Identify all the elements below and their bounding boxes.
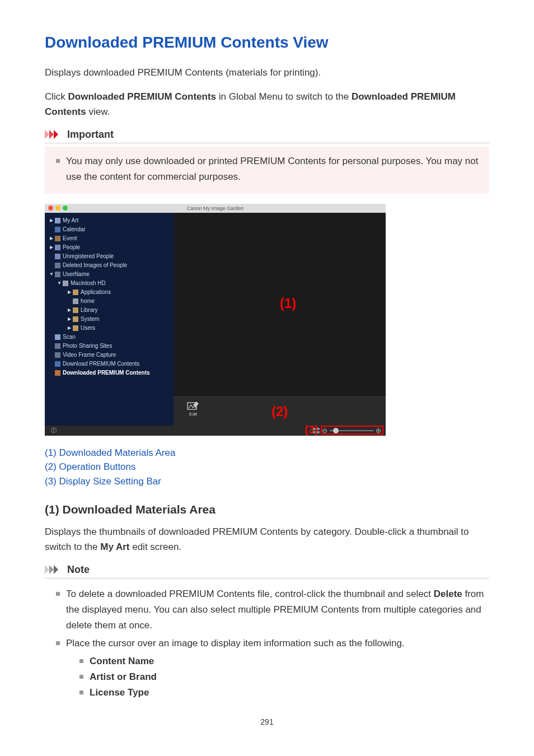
tree-item: home bbox=[45, 297, 174, 306]
text-fragment: Click bbox=[45, 91, 68, 102]
text-fragment: view. bbox=[86, 106, 110, 117]
page-number: 291 bbox=[45, 717, 489, 726]
note-box: To delete a downloaded PREMIUM Contents … bbox=[45, 582, 489, 701]
folder-icon bbox=[63, 281, 68, 286]
tree-item: ▶Users bbox=[45, 324, 174, 333]
section-1-paragraph: Displays the thumbnails of downloaded PR… bbox=[45, 524, 489, 554]
tree-item: ▶My Art bbox=[45, 216, 174, 225]
note-sub-2: Artist or Brand bbox=[79, 669, 489, 685]
section-links: (1) Downloaded Materials Area (2) Operat… bbox=[45, 446, 489, 489]
important-box: You may only use downloaded or printed P… bbox=[45, 147, 489, 194]
folder-icon bbox=[55, 370, 60, 376]
tree-item: ▼Macintosh HD bbox=[45, 279, 174, 288]
intro-paragraph-2: Click Downloaded PREMIUM Contents in Glo… bbox=[45, 89, 489, 119]
tree-item: Download PREMIUM Contents bbox=[45, 360, 174, 368]
link-display-size-bar[interactable]: (3) Display Size Setting Bar bbox=[45, 474, 489, 489]
text-bold: Artist or Brand bbox=[90, 671, 157, 682]
tree-label: Applications bbox=[81, 289, 111, 295]
tree-item: Scan bbox=[45, 333, 174, 342]
tree-item: Photo Sharing Sites bbox=[45, 342, 174, 351]
tree-label: My Art bbox=[63, 217, 78, 223]
tree-label: People bbox=[63, 244, 80, 250]
tree-label: Macintosh HD bbox=[71, 280, 106, 286]
folder-icon bbox=[55, 352, 60, 358]
svg-marker-8 bbox=[45, 565, 49, 574]
important-label: Important bbox=[67, 129, 114, 141]
arrows-icon bbox=[45, 565, 64, 574]
text-fragment: To delete a downloaded PREMIUM Contents … bbox=[66, 589, 434, 599]
text-bold: Downloaded PREMIUM Contents bbox=[68, 91, 216, 102]
caret-icon: ▼ bbox=[49, 272, 54, 277]
folder-icon bbox=[73, 290, 78, 295]
text-fragment: in Global Menu to switch to the bbox=[216, 91, 352, 102]
note-sub-3: License Type bbox=[79, 685, 489, 701]
thumbnail-small-icon bbox=[313, 428, 320, 433]
tree-item: ▶Library bbox=[45, 306, 174, 315]
svg-rect-6 bbox=[313, 431, 316, 433]
slider-thumb bbox=[333, 428, 339, 433]
tree-label: Users bbox=[81, 325, 95, 331]
traffic-lights bbox=[48, 206, 68, 211]
tree-label: UserName bbox=[63, 271, 90, 277]
tree-item: ▼UserName bbox=[45, 270, 174, 279]
tree-item: Deleted Images of People bbox=[45, 261, 174, 270]
folder-icon bbox=[55, 361, 60, 367]
tree-label: Calendar bbox=[63, 226, 86, 232]
folder-icon bbox=[55, 272, 60, 277]
caret-icon: ▶ bbox=[67, 325, 72, 330]
close-icon bbox=[48, 206, 53, 211]
edit-button: Edit bbox=[184, 400, 203, 417]
tree-label: Download PREMIUM Contents bbox=[63, 361, 139, 367]
status-bar: ⓘ (3) ⊖ ⊕ bbox=[45, 426, 386, 436]
sidebar-tree: ▶My ArtCalendar▶Event▶PeopleUnregistered… bbox=[45, 213, 174, 426]
page-title: Downloaded PREMIUM Contents View bbox=[45, 34, 489, 52]
callout-1: (1) bbox=[280, 296, 296, 311]
caret-icon: ▶ bbox=[49, 245, 54, 250]
svg-rect-5 bbox=[317, 428, 320, 430]
text-bold: Delete bbox=[434, 589, 462, 599]
important-heading: Important bbox=[45, 129, 489, 143]
main-content-area: (1) Edit (2) bbox=[174, 213, 386, 426]
folder-icon bbox=[55, 263, 60, 268]
folder-icon bbox=[55, 236, 60, 241]
window-titlebar: Canon My Image Garden bbox=[45, 204, 386, 213]
text-bold: My Art bbox=[100, 542, 129, 552]
svg-marker-1 bbox=[49, 130, 54, 139]
tree-item: ▶Applications bbox=[45, 288, 174, 297]
note-item-2: Place the cursor over an image to displa… bbox=[55, 636, 489, 701]
folder-icon bbox=[55, 245, 60, 250]
edit-label: Edit bbox=[189, 412, 197, 417]
caret-icon: ▶ bbox=[49, 218, 54, 223]
link-operation-buttons[interactable]: (2) Operation Buttons bbox=[45, 460, 489, 474]
folder-icon bbox=[73, 325, 78, 331]
text-fragment: edit screen. bbox=[129, 542, 181, 552]
tree-item: ▶System bbox=[45, 315, 174, 324]
svg-marker-9 bbox=[49, 565, 54, 574]
folder-icon bbox=[73, 316, 78, 322]
folder-icon bbox=[55, 254, 60, 259]
folder-icon bbox=[55, 218, 60, 223]
tree-item: Video Frame Capture bbox=[45, 351, 174, 360]
tree-item: Downloaded PREMIUM Contents bbox=[45, 368, 174, 377]
note-heading: Note bbox=[45, 564, 489, 578]
svg-marker-2 bbox=[54, 130, 58, 139]
zoom-out-icon: ⊖ bbox=[322, 427, 327, 434]
caret-icon: ▶ bbox=[67, 316, 72, 321]
tree-label: System bbox=[81, 316, 99, 322]
tree-label: Event bbox=[63, 235, 77, 241]
svg-rect-4 bbox=[313, 428, 316, 430]
minimize-icon bbox=[55, 206, 60, 211]
svg-rect-7 bbox=[317, 431, 320, 433]
folder-icon bbox=[73, 307, 78, 313]
important-item: You may only use downloaded or printed P… bbox=[55, 153, 479, 185]
tree-item: Unregistered People bbox=[45, 252, 174, 261]
caret-icon: ▶ bbox=[67, 290, 72, 295]
folder-icon bbox=[73, 298, 78, 304]
note-item-1: To delete a downloaded PREMIUM Contents … bbox=[55, 586, 489, 633]
intro-paragraph-1: Displays downloaded PREMIUM Contents (ma… bbox=[45, 65, 489, 80]
tree-label: Scan bbox=[63, 334, 76, 340]
tree-label: Photo Sharing Sites bbox=[63, 343, 112, 349]
link-downloaded-materials[interactable]: (1) Downloaded Materials Area bbox=[45, 446, 489, 460]
folder-icon bbox=[55, 343, 60, 349]
callout-2: (2) bbox=[271, 404, 288, 419]
